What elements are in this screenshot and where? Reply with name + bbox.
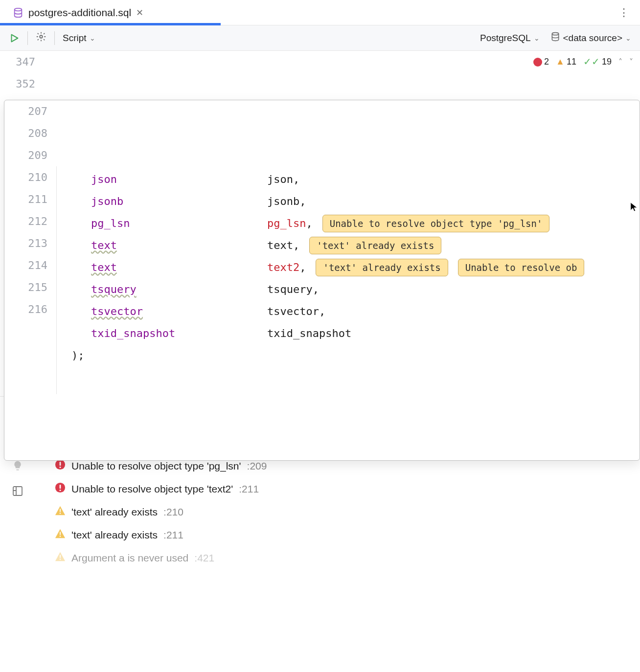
tab-title: postgres-additional.sql <box>28 7 131 19</box>
dialect-label: PostgreSQL <box>480 33 531 44</box>
script-label: Script <box>63 33 87 44</box>
error-count: 2 <box>544 51 549 73</box>
code-line[interactable]: txid_snapshottxid_snapshot <box>71 322 640 344</box>
inspection-tooltip[interactable]: Unable to resolve ob <box>458 259 585 276</box>
dialect-dropdown[interactable]: PostgreSQL ⌄ <box>480 33 540 44</box>
code-body[interactable]: jsonjson,jsonbjsonb,pg_lsnpg_lsn,Unable … <box>56 166 640 394</box>
editor-tab[interactable]: postgres-additional.sql ✕ <box>0 0 152 25</box>
weak-count-badge[interactable]: ✓✓ 19 <box>583 51 612 73</box>
svg-point-17 <box>60 559 61 560</box>
svg-point-0 <box>15 8 22 11</box>
svg-point-2 <box>552 33 558 35</box>
warning-icon <box>55 551 66 564</box>
datasource-label: <data source> <box>563 33 622 44</box>
gutter: 207208209210211212213214215216 <box>4 100 56 320</box>
tab-bar: postgres-additional.sql ✕ ⋮ <box>0 0 640 25</box>
chevron-down-icon: ⌄ <box>90 34 95 42</box>
database-icon <box>550 32 560 44</box>
datasource-dropdown[interactable]: <data source> ⌄ <box>550 32 631 44</box>
chevron-down-icon: ⌄ <box>534 34 540 42</box>
inspection-widget[interactable]: 2 ▲ 11 ✓✓ 19 ˄ ˅ <box>528 51 633 73</box>
weak-count: 19 <box>602 51 612 73</box>
inspection-tooltip[interactable]: Unable to resolve object type 'pg_lsn' <box>322 215 550 232</box>
problem-text: Argument a is never used <box>71 552 188 564</box>
inspection-tooltip[interactable]: 'text' already exists <box>309 237 441 254</box>
svg-rect-16 <box>60 555 61 558</box>
error-count-badge[interactable]: 2 <box>533 51 549 73</box>
query-toolbar: Script ⌄ PostgreSQL ⌄ <data source> ⌄ <box>0 25 640 51</box>
weak-warning-icon: ✓✓ <box>583 51 600 73</box>
more-icon[interactable]: ⋮ <box>614 6 634 19</box>
code-line[interactable]: tsvectortsvector, <box>71 300 640 322</box>
error-icon <box>533 58 542 67</box>
close-icon[interactable]: ✕ <box>136 7 143 18</box>
warning-count: 11 <box>567 51 576 73</box>
code-line[interactable]: ); <box>71 344 640 366</box>
chevron-down-icon: ⌄ <box>625 34 631 42</box>
code-line[interactable]: texttext2,'text' already existsUnable to… <box>71 256 640 278</box>
code-line[interactable] <box>71 366 640 388</box>
code-line[interactable]: jsonbjsonb, <box>71 190 640 212</box>
svg-point-1 <box>40 35 43 38</box>
code-line[interactable]: texttext,'text' already exists <box>71 234 640 256</box>
problem-item[interactable]: Argument a is never used :421 <box>35 546 631 569</box>
mouse-cursor <box>630 202 639 212</box>
database-icon <box>13 7 23 18</box>
gear-icon[interactable] <box>36 31 46 45</box>
problem-location: :421 <box>194 552 214 564</box>
code-editor[interactable]: 347352353365366367368 create function pa… <box>0 51 640 383</box>
inspection-tooltip[interactable]: 'text' already exists <box>316 259 448 276</box>
run-icon[interactable] <box>9 33 20 44</box>
warning-icon: ▲ <box>556 51 565 73</box>
code-line[interactable]: jsonjson, <box>71 168 640 190</box>
code-line[interactable]: tsquerytsquery, <box>71 278 640 300</box>
prev-highlight-icon[interactable]: ˄ <box>618 51 622 73</box>
code-line[interactable]: pg_lsnpg_lsn,Unable to resolve object ty… <box>71 212 640 234</box>
script-dropdown[interactable]: Script ⌄ <box>63 33 95 44</box>
warning-count-badge[interactable]: ▲ 11 <box>556 51 576 73</box>
code-lens-popup[interactable]: 207208209210211212213214215216 jsonjson,… <box>4 100 640 461</box>
